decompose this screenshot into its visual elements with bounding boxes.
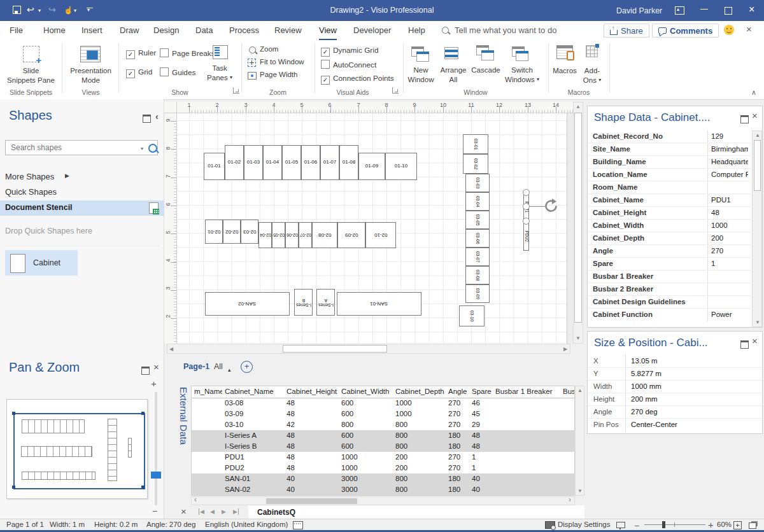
nav-next-icon[interactable]: ▶ [222,508,226,515]
status-page[interactable]: Page 1 of 1 [6,521,44,528]
cascade-button[interactable]: Cascade [469,66,503,75]
zoom-out-icon[interactable] [152,505,157,517]
autoconnect-checkbox[interactable]: AutoConnect [321,60,376,69]
maximize-icon[interactable] [725,7,732,15]
scroll-left-icon[interactable] [194,496,197,504]
ribbon-display-options-icon[interactable] [675,6,684,15]
tab-insert[interactable]: Insert [81,25,103,39]
cabinet-01-05[interactable]: 01-05 [282,145,301,180]
cabinet-san-02[interactable]: SAN-02 [205,292,290,316]
tell-me-input[interactable]: Tell me what you want to do [455,25,556,35]
fit-page-icon[interactable] [733,521,742,529]
page-breaks-checkbox[interactable]: Page Breaks [160,48,215,58]
scroll-thumb[interactable] [574,113,582,323]
table-row-highlighted[interactable]: SAN-0140300080018040 [192,473,576,484]
cabinet-i-series-a[interactable]: I-Series A [316,289,335,316]
zoom-slider-track[interactable] [644,524,705,525]
feedback-smiley-icon[interactable] [724,25,734,35]
pan-zoom-float-icon[interactable] [141,367,150,375]
tab-data[interactable]: Data [195,25,213,39]
selection-handle[interactable] [523,218,530,225]
table-row-highlighted[interactable]: I-Series B4860080018048 [192,441,576,452]
canvas-vertical-scrollbar[interactable] [573,102,583,344]
show-dialog-launcher-icon[interactable] [233,87,239,94]
zoom-in-icon[interactable] [151,378,157,389]
col-busbar2[interactable]: Busba [560,386,574,397]
size-position-close-icon[interactable] [752,335,758,347]
document-stencil-item[interactable]: Document Stencil [0,200,164,216]
connection-points-checkbox[interactable]: Connection Points [321,74,394,85]
stencil-master-cabinet[interactable]: Cabinet [5,250,78,276]
col-cabinet-width[interactable]: Cabinet_Width [339,386,393,397]
grid-checkbox[interactable]: Grid [126,67,152,78]
size-position-float-icon[interactable] [740,340,749,349]
width-value[interactable]: 1000 mm [631,382,661,390]
pages-all-dropdown-icon[interactable] [228,363,231,374]
tab-developer[interactable]: Developer [353,25,391,39]
cabinet-02-08[interactable]: 02-08 [312,222,337,248]
page-width-button[interactable]: Page Width [260,71,297,78]
table-row[interactable]: PDU14810002002701 [192,452,576,463]
scroll-thumb[interactable] [283,345,387,353]
add-page-icon[interactable] [241,361,253,373]
scroll-thumb[interactable] [266,498,357,504]
task-panes-button[interactable]: Task Panes [202,64,237,83]
scroll-thumb[interactable] [754,140,761,191]
scroll-up-icon[interactable] [576,104,581,110]
col-busbar1[interactable]: Busbar 1 Breaker [493,386,560,397]
angle-value[interactable]: 270 deg [631,408,658,416]
fit-to-window-button[interactable]: Fit to Window [260,58,304,66]
float-panel-icon[interactable] [143,115,151,123]
cabinet-i-series-b[interactable]: I-Series B [294,289,313,316]
scroll-down-icon[interactable] [576,335,581,342]
sheet-tab-cabinetsq[interactable]: CabinetsQ [257,508,295,517]
tab-home[interactable]: Home [43,25,66,39]
tab-design[interactable]: Design [153,25,179,39]
share-button[interactable]: Share [604,24,649,38]
pan-zoom-slider-thumb[interactable] [151,472,161,479]
zoom-slider-thumb[interactable] [662,521,665,528]
tab-review[interactable]: Review [274,25,302,39]
col-spare[interactable]: Spare [469,386,493,397]
cabinet-03-01[interactable]: 03-01 [463,134,488,154]
table-vertical-scrollbar[interactable] [575,386,584,496]
signed-in-user[interactable]: David Parker [616,6,662,15]
cabinet-01-09[interactable]: 01-09 [358,153,385,180]
col-angle[interactable]: Angle [446,386,469,397]
tab-draw[interactable]: Draw [120,25,139,39]
status-display-settings[interactable]: Display Settings [558,521,610,528]
pages-all-dropdown[interactable]: All [214,362,223,371]
search-go-icon[interactable] [148,144,157,153]
cabinet-02-10[interactable]: 02-10 [365,222,396,248]
scroll-up-icon[interactable] [755,132,760,139]
cabinet-01-07[interactable]: 01-07 [320,145,339,180]
cabinet-02-06[interactable]: 02-06 [285,222,299,248]
cabinet-03-04[interactable]: 03-04 [465,192,490,211]
scroll-down-icon[interactable] [755,319,760,326]
pan-zoom-close-icon[interactable] [153,361,159,373]
language-keyboard-icon[interactable] [293,521,303,529]
switch-windows-button[interactable]: Switch Windows [502,66,542,85]
cabinet-01-04[interactable]: 01-04 [263,145,282,180]
zoom-level[interactable]: 60% [717,521,732,528]
comments-button[interactable]: Comments [652,24,719,38]
quick-shapes-item[interactable]: Quick Shapes [5,187,57,197]
new-window-button[interactable]: New Window [402,66,439,85]
external-data-table[interactable]: m_Name Cabinet_Name Cabinet_Height Cabin… [191,386,575,496]
cabinet-02-07[interactable]: 02-07 [299,222,312,248]
status-angle[interactable]: Angle: 270 deg [146,521,195,528]
tab-help[interactable]: Help [408,25,425,39]
col-cabinet-name[interactable]: Cabinet_Name [222,386,284,397]
y-value[interactable]: 5.8277 m [631,370,661,377]
status-height[interactable]: Height: 0.2 m [94,521,138,528]
pan-zoom-minimap[interactable] [6,399,148,499]
visual-aids-dialog-launcher-icon[interactable] [392,87,399,94]
switch-windows-status-icon[interactable] [749,522,756,529]
drawing-canvas[interactable]: 01-01 01-02 01-03 01-04 01-05 01-06 01-0… [177,113,573,344]
nav-previous-icon[interactable]: ◀ [210,508,215,515]
selection-handle[interactable] [523,203,530,210]
rotation-handle-icon[interactable] [544,199,559,214]
arrange-all-button[interactable]: Arrange All [437,66,470,85]
close-document-icon[interactable] [746,24,752,35]
more-shapes-item[interactable]: More Shapes [5,172,54,181]
